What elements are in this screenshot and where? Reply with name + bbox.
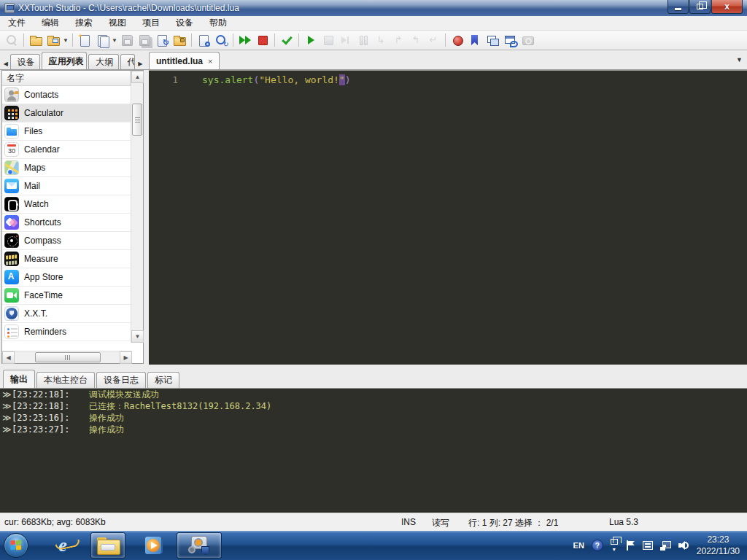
watch-window-button[interactable] [484,32,501,48]
tray-clock[interactable]: 23:23 2022/11/30 [697,534,740,557]
menu-item-帮助[interactable]: 帮助 [201,15,235,31]
output-tab-设备日志[interactable]: 设备日志 [96,372,146,388]
minimize-button[interactable] [667,0,689,14]
list-item-compass[interactable]: Compass [2,232,131,250]
list-item-measure[interactable]: Measure [2,250,131,268]
list-item-watch[interactable]: Watch [2,195,131,214]
list-item-mail[interactable]: Mail [2,177,131,195]
media-player-icon [143,535,163,556]
readwrite-status: 读写 [432,517,449,529]
log-window-button[interactable] [501,32,519,48]
copy-file-button[interactable] [93,32,111,48]
app-label: Calculator [24,108,63,118]
bookmark-icon [468,34,481,47]
vertical-scroll-thumb[interactable] [132,104,142,136]
app-label: Shortcuts [24,217,61,228]
stop-icon [256,34,269,47]
tab-list-dropdown-icon[interactable]: ▼ [736,56,743,63]
menu-item-搜索[interactable]: 搜索 [67,15,101,31]
menu-item-编辑[interactable]: 编辑 [34,15,67,31]
find-in-file-icon-overlay [205,42,210,47]
horizontal-scroll-thumb[interactable] [35,352,101,362]
taskbar-explorer-button[interactable] [90,532,125,559]
breakpoint-button[interactable] [449,32,466,48]
new-file-button[interactable] [76,32,93,48]
column-header-name[interactable]: 名字 [2,71,131,86]
run-button[interactable] [236,32,254,48]
scroll-right-icon[interactable]: ▶ [120,351,132,364]
list-item[interactable] [2,341,131,343]
scroll-left-icon[interactable]: ◀ [2,351,15,364]
search-icon [5,34,18,47]
reload-file-button[interactable]: ↻ [153,32,171,48]
list-item-app-store[interactable]: App Store [2,268,131,287]
list-item-calendar[interactable]: Calendar [2,141,131,159]
app-label: Watch [24,199,49,209]
console-line: ≫[23:22:18]:已连接：RachelTest8132(192.168.2… [0,400,747,412]
menu-item-视图[interactable]: 视图 [101,15,134,31]
list-item-contacts[interactable]: Contacts [2,86,131,104]
sidebar-tab-应用列表[interactable]: 应用列表 [42,52,87,70]
sidebar-tab-代[interactable]: 代 [120,54,135,70]
lock-folder-button[interactable] [171,32,188,48]
import-folder-button[interactable] [44,32,62,48]
check-syntax-button[interactable] [278,32,295,48]
taskbar-xxtouch-button[interactable] [177,532,222,559]
language-indicator[interactable]: EN [573,541,584,550]
tab-scroll-left-icon[interactable]: ◀ [1,57,10,70]
app-label: Contacts [24,90,58,100]
scroll-up-icon[interactable]: ▲ [131,71,144,83]
dropdown-arrow-icon[interactable]: ▼ [62,32,69,48]
output-tab-标记[interactable]: 标记 [147,372,179,388]
output-tab-strip: 输出本地主控台设备日志标记 [3,371,181,388]
new-file-icon-overlay [78,34,82,38]
menu-item-项目[interactable]: 项目 [134,15,168,31]
taskbar-ie-button[interactable]: e [45,532,80,559]
list-item-facetime[interactable]: FaceTime [2,287,131,305]
list-item-reminders[interactable]: Reminders [2,323,131,341]
list-item-x-x-t-[interactable]: X.X.T. [2,305,131,323]
maximize-button[interactable] [689,0,711,14]
run-to-cursor-button: ↵ [425,32,442,48]
open-folder-button[interactable] [27,32,44,48]
output-tab-本地主控台[interactable]: 本地主控台 [36,372,95,388]
menu-item-文件[interactable]: 文件 [0,15,34,31]
horizontal-splitter[interactable] [0,365,747,371]
bookmark-button[interactable] [466,32,484,48]
close-button[interactable]: x [711,0,743,14]
code-editor[interactable]: 1sys.alert("Hello, world!") [149,70,747,365]
list-item-calculator[interactable]: Calculator [2,104,131,122]
action-center-flag-icon[interactable] [625,540,635,551]
debug-play-button[interactable] [302,32,320,48]
output-console[interactable]: ≫[23:22:18]:调试模块发送成功≫[23:22:18]:已连接：Rach… [0,389,747,513]
console-message: 操作成功 [89,424,124,435]
title-bar[interactable]: XXTouch Studio - C:\Users\rachel\Downloa… [0,0,747,16]
help-icon[interactable]: ? [592,540,603,551]
list-item-files[interactable]: Files [2,122,131,141]
output-tab-输出[interactable]: 输出 [3,370,35,388]
network-icon[interactable] [660,541,671,551]
vertical-scrollbar[interactable]: ▲ ▼ [131,71,143,343]
menu-item-设备[interactable]: 设备 [168,15,201,31]
console-line: ≫[23:22:18]:调试模块发送成功 [0,389,747,400]
list-item-shortcuts[interactable]: Shortcuts [2,214,131,232]
find-in-file-button[interactable] [195,32,212,48]
editor-tab-untitled[interactable]: untitled.lua× [149,52,220,70]
horizontal-scrollbar[interactable]: ◀ ▶ [2,351,132,363]
sidebar-tab-设备[interactable]: 设备 [10,54,40,70]
volume-icon[interactable] [678,540,690,551]
dropdown-arrow-icon[interactable]: ▼ [111,32,118,48]
list-item-maps[interactable]: Maps [2,159,131,177]
stop-button[interactable] [254,32,271,48]
tab-close-icon[interactable]: × [208,57,212,66]
find-replace-button[interactable]: ↻ [212,32,230,48]
show-hidden-icons[interactable]: ▾ [611,539,618,553]
sidebar-tab-大纲[interactable]: 大纲 [88,54,118,70]
taskbar-media-player-button[interactable] [136,532,171,559]
update-icon[interactable] [643,541,653,550]
save-icon [120,34,133,47]
scroll-down-icon[interactable]: ▼ [131,330,144,343]
toolbar-separator [191,34,192,47]
start-button[interactable] [4,533,28,558]
tab-scroll-right-icon[interactable]: ▶ [136,57,145,70]
